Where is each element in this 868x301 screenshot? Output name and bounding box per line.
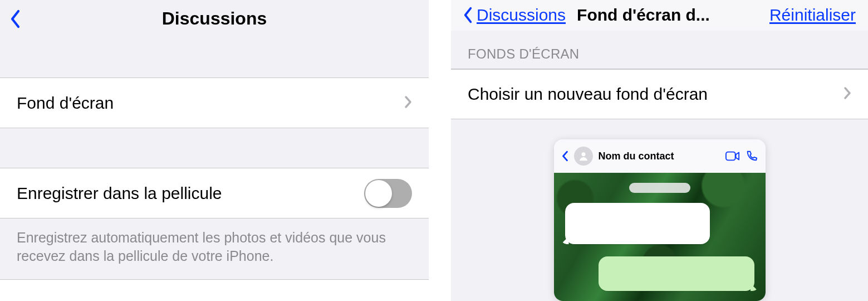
video-call-icon	[725, 151, 740, 162]
screen-discussions-settings: Discussions Fond d'écran Enregistrer dan…	[0, 0, 429, 301]
save-to-camera-roll-label: Enregistrer dans la pellicule	[17, 184, 364, 203]
page-title: Fond d'écran d...	[577, 6, 762, 25]
phone-call-icon	[746, 150, 758, 162]
back-button[interactable]	[10, 9, 21, 28]
wallpaper-label: Fond d'écran	[17, 94, 404, 113]
chevron-right-icon	[844, 86, 851, 102]
chevron-left-icon	[463, 7, 473, 23]
svg-rect-1	[725, 152, 735, 161]
toggle-knob	[365, 180, 392, 207]
back-label: Discussions	[477, 6, 566, 25]
section-spacer	[0, 38, 429, 78]
screen-wallpaper-detail: Discussions Fond d'écran d... Réinitiali…	[451, 0, 868, 301]
choose-new-wallpaper-row[interactable]: Choisir un nouveau fond d'écran	[451, 69, 868, 119]
chevron-left-icon	[10, 9, 21, 28]
preview-date-pill	[629, 183, 690, 193]
page-title: Discussions	[0, 8, 429, 29]
wallpaper-row[interactable]: Fond d'écran	[0, 78, 429, 128]
preview-chat-background	[554, 173, 766, 301]
preview-outgoing-bubble	[599, 256, 754, 291]
preview-incoming-bubble	[565, 203, 710, 244]
wallpaper-preview-area: Nom du contact	[451, 119, 868, 301]
header-bar: Discussions Fond d'écran d... Réinitiali…	[451, 0, 868, 31]
section-header-wallpapers: FONDS D'ÉCRAN	[451, 31, 868, 69]
chevron-right-icon	[404, 95, 412, 111]
reset-button[interactable]: Réinitialiser	[769, 6, 856, 25]
chat-preview-card[interactable]: Nom du contact	[554, 139, 766, 301]
choose-new-wallpaper-label: Choisir un nouveau fond d'écran	[468, 85, 844, 104]
save-to-camera-roll-toggle[interactable]	[364, 179, 412, 208]
preview-back-icon	[562, 150, 568, 162]
header-bar: Discussions	[0, 0, 429, 38]
save-to-camera-roll-row: Enregistrer dans la pellicule	[0, 168, 429, 219]
back-button[interactable]: Discussions	[463, 6, 566, 25]
preview-header: Nom du contact	[554, 139, 766, 173]
preview-contact-name: Nom du contact	[599, 151, 720, 162]
section-spacer	[0, 128, 429, 168]
save-to-camera-roll-help: Enregistrez automatiquement les photos e…	[0, 219, 429, 280]
avatar-icon	[574, 147, 593, 166]
svg-point-0	[581, 152, 585, 156]
